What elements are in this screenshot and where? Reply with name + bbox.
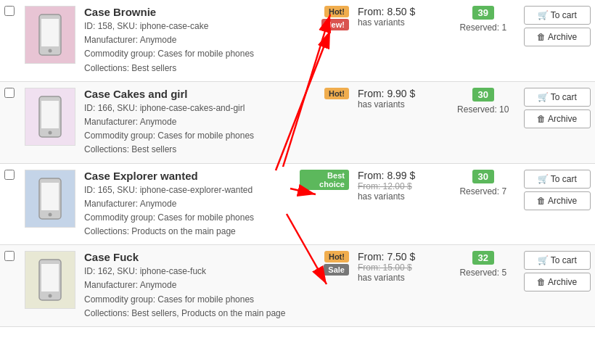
stock-count: 39 (472, 6, 494, 20)
price-from: From: 7.50 $ (358, 251, 443, 262)
product-commodity: Commodity group: Cases for mobile phones (84, 47, 291, 61)
product-badge: Best choice (300, 170, 349, 190)
product-id: ID: 158, SKU: iphone-case-cake (84, 20, 291, 33)
svg-rect-7 (41, 183, 59, 210)
table-row: Case Brownie ID: 158, SKU: iphone-case-c… (0, 0, 595, 81)
product-image (25, 170, 75, 228)
product-title: Case Fuck (84, 251, 291, 263)
product-meta: ID: 162, SKU: iphone-case-fuck Manufactu… (84, 265, 291, 320)
product-meta: ID: 166, SKU: iphone-case-cakes-and-girl… (84, 102, 291, 157)
svg-point-5 (48, 131, 52, 134)
table-row: Case Cakes and girl ID: 166, SKU: iphone… (0, 81, 595, 163)
archive-button[interactable]: 🗑 Archive (524, 191, 591, 210)
product-manufacturer: Manufacturer: Anymode (84, 278, 291, 292)
stock-cell: 32 Reserved: 5 (447, 245, 520, 327)
action-cell: 🛒 To cart🗑 Archive (520, 163, 595, 245)
has-variants: has variants (358, 99, 443, 109)
product-title: Case Cakes and girl (84, 88, 291, 100)
badge-cell: Hot!Sale (295, 245, 353, 327)
svg-rect-4 (41, 101, 59, 128)
stock-count: 30 (472, 88, 494, 102)
product-badge: Sale (324, 264, 349, 276)
reserved-count: Reserved: 10 (451, 104, 515, 115)
svg-point-11 (48, 294, 52, 298)
to-cart-button[interactable]: 🛒 To cart (524, 251, 591, 270)
product-meta: ID: 158, SKU: iphone-case-cake Manufactu… (84, 20, 291, 75)
svg-rect-1 (41, 19, 59, 46)
price-old: From: 12.00 $ (358, 181, 443, 191)
phone-icon (36, 258, 65, 302)
product-title: Case Brownie (84, 6, 291, 18)
product-manufacturer: Manufacturer: Anymode (84, 197, 291, 211)
archive-button[interactable]: 🗑 Archive (524, 28, 591, 46)
price-old: From: 15.00 $ (358, 262, 443, 273)
badge-cell: Hot! (295, 81, 353, 163)
price-from: From: 8.50 $ (358, 6, 443, 17)
svg-point-2 (48, 49, 52, 53)
action-cell: 🛒 To cart🗑 Archive (520, 0, 595, 81)
phone-icon (36, 13, 65, 57)
reserved-count: Reserved: 7 (451, 186, 515, 197)
row-checkbox[interactable] (4, 170, 15, 180)
product-badge: Hot! (324, 6, 349, 17)
price-from: From: 9.90 $ (358, 88, 443, 99)
has-variants: has variants (358, 273, 443, 283)
stock-cell: 39 Reserved: 1 (447, 0, 520, 81)
price-cell: From: 9.90 $has variants (353, 81, 447, 163)
product-title: Case Explorer wanted (84, 170, 291, 182)
archive-button[interactable]: 🗑 Archive (524, 273, 591, 291)
price-cell: From: 7.50 $From: 15.00 $has variants (353, 245, 447, 327)
product-collections: Collections: Best sellers, Products on t… (84, 307, 291, 320)
product-badge: Hot! (324, 88, 349, 99)
reserved-count: Reserved: 5 (451, 268, 515, 278)
reserved-count: Reserved: 1 (451, 22, 515, 33)
product-collections: Collections: Best sellers (84, 143, 291, 157)
row-checkbox[interactable] (4, 251, 15, 261)
has-variants: has variants (358, 17, 443, 28)
stock-cell: 30 Reserved: 10 (447, 81, 520, 163)
product-id: ID: 166, SKU: iphone-case-cakes-and-girl (84, 102, 291, 115)
svg-point-8 (48, 212, 52, 216)
phone-icon (36, 177, 65, 220)
svg-rect-10 (41, 264, 59, 291)
product-manufacturer: Manufacturer: Anymode (84, 33, 291, 47)
action-cell: 🛒 To cart🗑 Archive (520, 245, 595, 327)
row-checkbox[interactable] (4, 6, 15, 16)
row-checkbox[interactable] (4, 88, 15, 98)
product-badge: New! (321, 19, 349, 30)
product-id: ID: 165, SKU: iphone-case-explorer-wante… (84, 183, 291, 197)
product-badge: Hot! (324, 251, 349, 262)
badge-cell: Hot!New! (295, 0, 353, 81)
table-row: Case Explorer wanted ID: 165, SKU: iphon… (0, 163, 595, 245)
product-commodity: Commodity group: Cases for mobile phones (84, 293, 291, 307)
price-from: From: 8.99 $ (358, 170, 443, 181)
stock-cell: 30 Reserved: 7 (447, 163, 520, 245)
product-id: ID: 162, SKU: iphone-case-fuck (84, 265, 291, 278)
price-cell: From: 8.99 $From: 12.00 $has variants (353, 163, 447, 245)
product-collections: Collections: Products on the main page (84, 225, 291, 239)
table-row: Case Fuck ID: 162, SKU: iphone-case-fuck… (0, 245, 595, 327)
badge-cell: Best choice (295, 163, 353, 245)
product-collections: Collections: Best sellers (84, 62, 291, 75)
has-variants: has variants (358, 191, 443, 202)
stock-count: 32 (472, 251, 494, 265)
to-cart-button[interactable]: 🛒 To cart (524, 88, 591, 107)
price-cell: From: 8.50 $has variants (353, 0, 447, 81)
product-manufacturer: Manufacturer: Anymode (84, 115, 291, 129)
product-commodity: Commodity group: Cases for mobile phones (84, 211, 291, 225)
product-image (25, 88, 75, 146)
archive-button[interactable]: 🗑 Archive (524, 109, 591, 128)
to-cart-button[interactable]: 🛒 To cart (524, 170, 591, 189)
product-commodity: Commodity group: Cases for mobile phones (84, 129, 291, 143)
product-image (25, 6, 75, 64)
action-cell: 🛒 To cart🗑 Archive (520, 81, 595, 163)
phone-icon (36, 95, 65, 138)
product-image (25, 251, 75, 309)
product-meta: ID: 165, SKU: iphone-case-explorer-wante… (84, 183, 291, 239)
to-cart-button[interactable]: 🛒 To cart (524, 6, 591, 25)
stock-count: 30 (472, 170, 494, 183)
